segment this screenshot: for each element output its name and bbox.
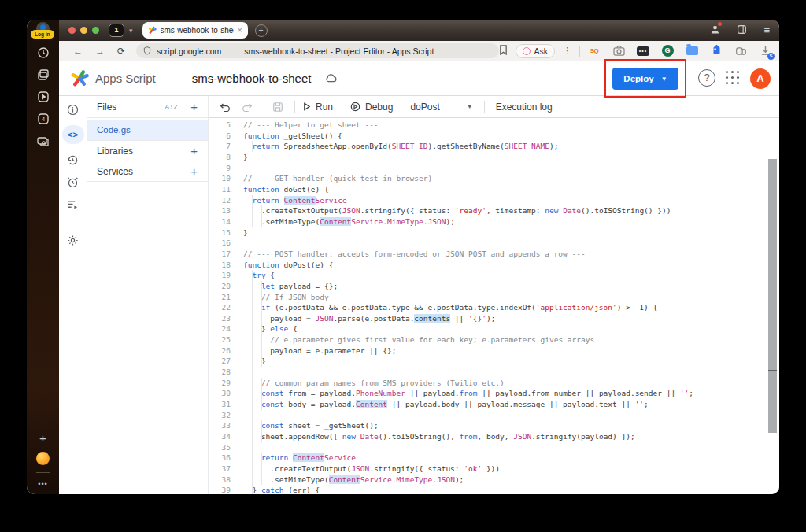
code-line[interactable]: 22 if (e.postData && e.postData.type && … bbox=[209, 302, 779, 313]
address-bar[interactable]: script.google.com sms-webhook-to-sheet -… bbox=[136, 43, 499, 58]
save-icon[interactable] bbox=[272, 102, 283, 113]
code-line[interactable]: 32 bbox=[209, 410, 779, 421]
undo-icon[interactable] bbox=[220, 102, 231, 112]
extension-tag-icon[interactable] bbox=[710, 45, 723, 57]
sidebar-more-icon[interactable]: ••• bbox=[38, 480, 47, 488]
editor-code-icon[interactable]: <> bbox=[62, 125, 84, 144]
code-line[interactable]: 39 } catch (err) { bbox=[209, 485, 779, 494]
add-service-icon[interactable]: + bbox=[190, 164, 198, 178]
code-line[interactable]: 20 let payload = {}; bbox=[209, 281, 779, 292]
forward-icon[interactable]: → bbox=[95, 46, 105, 57]
chevron-down-icon[interactable]: ▾ bbox=[129, 27, 133, 35]
account-avatar[interactable]: A bbox=[750, 68, 771, 89]
add-file-icon[interactable]: + bbox=[190, 100, 198, 113]
code-line[interactable]: 35 bbox=[209, 442, 779, 453]
code-line[interactable]: 29 // common param names from SMS provid… bbox=[209, 378, 779, 389]
login-badge[interactable]: Log in bbox=[31, 30, 54, 39]
code-line[interactable]: 25 // e.parameter gives first value for … bbox=[209, 334, 779, 345]
extension-glove-icon[interactable] bbox=[734, 45, 747, 57]
code-line[interactable]: 15} bbox=[209, 227, 779, 238]
new-tab-button[interactable]: + bbox=[255, 24, 268, 37]
function-selector[interactable]: doPost ▼ bbox=[410, 102, 472, 113]
page-title-text: sms-webhook-to-sheet - Project Editor - … bbox=[244, 46, 434, 56]
zoom-window-button[interactable] bbox=[92, 27, 99, 34]
extension-camera-icon[interactable] bbox=[612, 45, 625, 57]
menu-hamburger-icon[interactable]: ≡ bbox=[763, 24, 770, 36]
google-apps-grid-icon[interactable] bbox=[726, 71, 740, 85]
executions-icon[interactable] bbox=[62, 198, 84, 210]
code-line[interactable]: 28 bbox=[209, 367, 779, 378]
extension-grammarly-icon[interactable]: G bbox=[661, 45, 674, 57]
extension-panel-icon[interactable]: ••• bbox=[637, 45, 649, 57]
code-line[interactable]: 9 bbox=[209, 163, 779, 174]
extension-folder-icon[interactable] bbox=[686, 45, 698, 57]
code-line[interactable]: 21 // If JSON body bbox=[209, 292, 779, 303]
code-line[interactable]: 34 sheet.appendRow([ new Date().toISOStr… bbox=[209, 431, 779, 442]
reload-icon[interactable]: ⟳ bbox=[117, 46, 125, 57]
code-line[interactable]: 14 .setMimeType(ContentService.MimeType.… bbox=[209, 216, 779, 227]
more-options-icon[interactable]: ⋮ bbox=[563, 46, 571, 56]
code-editor[interactable]: 5// --- Helper to get sheet ---6function… bbox=[209, 118, 779, 494]
code-line[interactable]: 19 try { bbox=[209, 270, 779, 281]
close-window-button[interactable] bbox=[68, 27, 76, 34]
extension-sq-icon[interactable]: SQ bbox=[588, 45, 601, 57]
code-line[interactable]: 23 payload = JSON.parse(e.postData.conte… bbox=[209, 313, 779, 324]
minimize-window-button[interactable] bbox=[80, 27, 87, 34]
code-line[interactable]: 36 return ContentService bbox=[209, 453, 779, 464]
sort-az-icon[interactable]: A↕Z bbox=[165, 103, 179, 111]
history-clock-icon[interactable] bbox=[37, 46, 50, 59]
run-button[interactable]: Run bbox=[303, 102, 333, 113]
debug-button[interactable]: Debug bbox=[350, 102, 393, 113]
browser-logo-icon[interactable] bbox=[36, 452, 50, 465]
screenshot-icon[interactable] bbox=[36, 135, 50, 147]
settings-gear-icon[interactable] bbox=[62, 234, 84, 246]
code-line[interactable]: 38 .setMimeType(ContentService.MimeType.… bbox=[209, 475, 779, 486]
project-title[interactable]: sms-webhook-to-sheet bbox=[192, 72, 312, 85]
redo-icon[interactable] bbox=[242, 102, 253, 112]
code-line[interactable]: 30 const from = payload.PhoneNumber || p… bbox=[209, 388, 779, 399]
add-library-icon[interactable]: + bbox=[190, 144, 198, 157]
code-line[interactable]: 37 .createTextOutput(JSON.stringify({ st… bbox=[209, 464, 779, 475]
code-line[interactable]: 31 const body = payload.Content || paylo… bbox=[209, 399, 779, 410]
profile-icon[interactable] bbox=[710, 24, 720, 38]
side-panel-icon[interactable] bbox=[737, 24, 747, 38]
bookmark-icon[interactable] bbox=[499, 44, 508, 58]
code-line[interactable]: 12 return ContentService bbox=[209, 195, 779, 206]
downloads-icon[interactable]: S bbox=[759, 45, 771, 57]
code-line[interactable]: 8} bbox=[209, 152, 779, 163]
tab-count-badge[interactable]: 1 bbox=[109, 24, 124, 37]
back-icon[interactable]: ← bbox=[73, 46, 83, 57]
execution-log-button[interactable]: Execution log bbox=[496, 102, 553, 113]
code-line[interactable]: 5// --- Helper to get sheet --- bbox=[209, 120, 779, 131]
tab-close-icon[interactable]: × bbox=[238, 26, 242, 35]
tab-counter-icon[interactable]: 4 bbox=[37, 113, 50, 125]
project-history-icon[interactable] bbox=[62, 153, 84, 166]
code-line[interactable]: 27 } bbox=[209, 356, 779, 367]
libraries-section[interactable]: Libraries + bbox=[87, 141, 208, 161]
code-line[interactable]: 10// --- GET handler (quick test in brow… bbox=[209, 173, 779, 184]
deploy-button[interactable]: Deploy ▼ bbox=[612, 68, 678, 90]
file-item-code-gs[interactable]: Code.gs bbox=[87, 120, 208, 141]
sidebar-add-icon[interactable]: + bbox=[39, 431, 46, 445]
code-line[interactable]: 13 .createTextOutput(JSON.stringify({ st… bbox=[209, 205, 779, 216]
help-icon[interactable]: ? bbox=[698, 69, 715, 87]
code-line[interactable]: 16 bbox=[209, 238, 779, 249]
code-line[interactable]: 24 } else { bbox=[209, 323, 779, 334]
tab-strip: 1 ▾ sms-webhook-to-sheet × + ≡ bbox=[59, 20, 779, 41]
sidebar-divider bbox=[36, 472, 50, 473]
code-line[interactable]: 26 payload = e.parameter || {}; bbox=[209, 345, 779, 357]
tab-groups-icon[interactable] bbox=[37, 68, 50, 81]
overview-info-icon[interactable] bbox=[62, 103, 84, 116]
code-line[interactable]: 6function _getSheet() { bbox=[209, 131, 779, 142]
video-play-icon[interactable] bbox=[37, 91, 50, 103]
code-line[interactable]: 18function doPost(e) { bbox=[209, 260, 779, 271]
code-line[interactable]: 11function doGet(e) { bbox=[209, 184, 779, 195]
code-line[interactable]: 7 return SpreadsheetApp.openById(SHEET_I… bbox=[209, 141, 779, 152]
services-section[interactable]: Services + bbox=[87, 161, 208, 182]
triggers-clock-icon[interactable] bbox=[62, 175, 84, 188]
code-line[interactable]: 33 const sheet = _getSheet(); bbox=[209, 420, 779, 431]
code-line[interactable]: 17// --- POST handler: accepts form-enco… bbox=[209, 249, 779, 260]
product-name[interactable]: Apps Script bbox=[95, 72, 156, 85]
browser-tab[interactable]: sms-webhook-to-sheet × bbox=[142, 22, 248, 39]
ask-button[interactable]: Ask bbox=[516, 44, 555, 58]
